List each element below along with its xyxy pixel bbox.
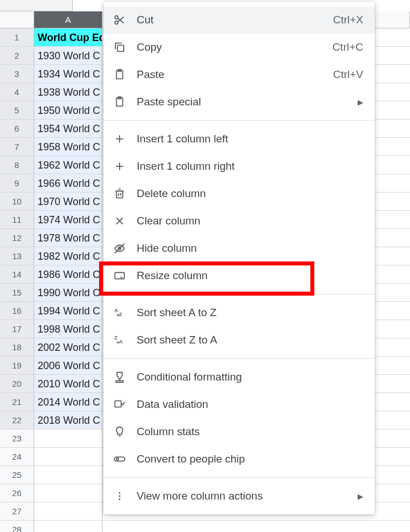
cell[interactable] (34, 521, 102, 532)
menu-data-validation[interactable]: Data validation (104, 391, 375, 418)
row-header[interactable]: 11 (0, 211, 34, 228)
row-header[interactable]: 6 (0, 120, 34, 137)
menu-hide-column[interactable]: Hide column (104, 235, 375, 262)
row-header[interactable]: 3 (0, 65, 34, 83)
cell[interactable]: 1938 World C (34, 83, 102, 101)
cell[interactable]: 1962 World C (34, 156, 102, 174)
cell[interactable]: 1974 World C (34, 211, 102, 228)
cell[interactable]: 2002 World C (34, 338, 102, 356)
cell[interactable]: 1970 World C (34, 193, 102, 210)
row-header[interactable]: 7 (0, 138, 34, 155)
cell[interactable] (34, 466, 102, 484)
menu-cut-shortcut: Ctrl+X (333, 14, 363, 26)
cell[interactable]: 1986 World C (34, 265, 102, 283)
menu-divider (104, 294, 375, 294)
menu-paste-special[interactable]: Paste special ▶ (104, 88, 375, 116)
row-header[interactable]: 22 (0, 411, 34, 429)
row-header[interactable]: 4 (0, 83, 34, 101)
menu-cut-label: Cut (137, 14, 333, 26)
cell[interactable] (34, 448, 102, 465)
row-header[interactable]: 18 (0, 338, 34, 356)
copy-icon (113, 40, 126, 54)
row-header[interactable]: 26 (0, 484, 34, 502)
cell[interactable]: 1990 World C (34, 284, 102, 301)
row-header[interactable]: 27 (0, 502, 34, 520)
cell[interactable]: 1930 World C (34, 47, 102, 64)
grid-row: 28 (0, 521, 410, 532)
menu-copy[interactable]: Copy Ctrl+C (104, 34, 375, 61)
row-header[interactable]: 13 (0, 247, 34, 265)
menu-conditional-formatting-label: Conditional formatting (137, 371, 363, 383)
row-header[interactable]: 9 (0, 174, 34, 192)
cell[interactable]: 2018 World C (34, 411, 102, 429)
menu-clear-column[interactable]: Clear column (104, 207, 375, 235)
svg-rect-20 (115, 273, 125, 279)
cell[interactable]: 2006 World C (34, 357, 102, 374)
menu-sort-az-label: Sort sheet A to Z (137, 306, 363, 319)
menu-convert-people-chip-label: Convert to people chip (137, 453, 363, 465)
cell[interactable]: 1934 World C (34, 65, 102, 83)
row-header[interactable]: 17 (0, 320, 34, 338)
scissors-icon (113, 13, 126, 27)
submenu-arrow-icon: ▶ (358, 98, 363, 107)
svg-point-32 (119, 498, 121, 500)
select-all-corner[interactable] (0, 11, 34, 28)
row-header[interactable]: 28 (0, 521, 34, 532)
cell[interactable]: 1994 World C (34, 302, 102, 320)
menu-data-validation-label: Data validation (137, 398, 363, 411)
cell[interactable] (34, 429, 102, 447)
menu-convert-people-chip[interactable]: Convert to people chip (104, 445, 375, 473)
row-header[interactable]: 20 (0, 375, 34, 392)
row-header[interactable]: 21 (0, 393, 34, 411)
cell[interactable]: 1978 World C (34, 229, 102, 247)
row-header[interactable]: 8 (0, 156, 34, 174)
row-header[interactable]: 5 (0, 101, 34, 119)
cell[interactable]: 1958 World C (34, 138, 102, 155)
menu-cut[interactable]: Cut Ctrl+X (104, 6, 375, 34)
sort-za-icon: ZA (113, 333, 126, 347)
cell[interactable]: 1966 World C (34, 174, 102, 192)
menu-insert-left[interactable]: Insert 1 column left (104, 125, 375, 153)
menu-resize-column[interactable]: Resize column (104, 262, 375, 289)
column-header-a[interactable]: A (34, 11, 102, 28)
menu-paste[interactable]: Paste Ctrl+V (104, 61, 375, 88)
hide-icon (113, 242, 126, 255)
row-header[interactable]: 14 (0, 265, 34, 283)
cell[interactable]: 1954 World C (34, 120, 102, 137)
more-vertical-icon (113, 489, 126, 503)
menu-insert-left-label: Insert 1 column left (137, 133, 363, 145)
row-header[interactable]: 24 (0, 448, 34, 465)
menu-insert-right[interactable]: Insert 1 column right (104, 153, 375, 180)
menu-column-stats[interactable]: Column stats (104, 418, 375, 445)
sheet-tab-corner (0, 0, 73, 11)
menu-copy-shortcut: Ctrl+C (333, 41, 363, 54)
cell[interactable]: 1950 World C (34, 101, 102, 119)
menu-sort-az[interactable]: AZ Sort sheet A to Z (104, 299, 375, 326)
svg-text:Z: Z (119, 312, 122, 317)
row-header[interactable]: 10 (0, 193, 34, 210)
row-header[interactable]: 1 (0, 28, 34, 46)
cell[interactable] (34, 484, 102, 502)
cell[interactable]: World Cup Ed (34, 28, 102, 46)
menu-conditional-formatting[interactable]: Conditional formatting (104, 363, 375, 391)
row-header[interactable]: 23 (0, 429, 34, 447)
cell[interactable]: 2014 World C (34, 393, 102, 411)
row-header[interactable]: 2 (0, 47, 34, 64)
cell[interactable] (34, 502, 102, 520)
row-header[interactable]: 12 (0, 229, 34, 247)
row-header[interactable]: 16 (0, 302, 34, 320)
cell[interactable]: 2010 World C (34, 375, 102, 392)
menu-delete-column[interactable]: Delete column (104, 180, 375, 207)
svg-text:Z: Z (114, 335, 118, 341)
row-header[interactable]: 25 (0, 466, 34, 484)
menu-divider (104, 477, 375, 478)
menu-resize-column-label: Resize column (137, 269, 363, 282)
cell-area[interactable] (102, 521, 410, 532)
menu-sort-za[interactable]: ZA Sort sheet Z to A (104, 326, 375, 354)
cell[interactable]: 1982 World C (34, 247, 102, 265)
row-header[interactable]: 15 (0, 284, 34, 301)
row-header[interactable]: 19 (0, 357, 34, 374)
cell[interactable]: 1998 World C (34, 320, 102, 338)
lightbulb-icon (113, 425, 126, 439)
menu-more-actions[interactable]: View more column actions ▶ (104, 482, 375, 510)
